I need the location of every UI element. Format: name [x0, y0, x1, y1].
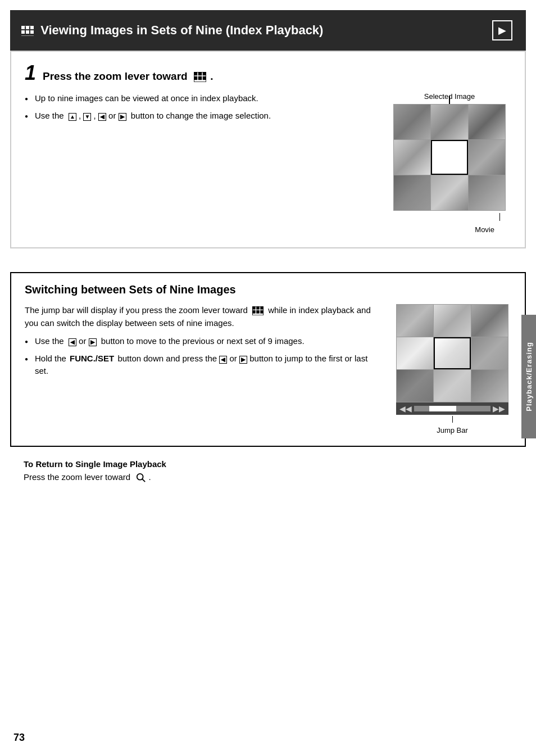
grid2-cell-8 [434, 370, 470, 402]
return-text: Press the zoom lever toward . [24, 471, 512, 484]
svg-rect-18 [252, 306, 255, 309]
lr-arrow-buttons: ◀ or ▶ [69, 336, 99, 346]
svg-rect-23 [260, 310, 263, 313]
step1-image-area: Selected Image Movie [388, 92, 511, 234]
index-icon-title [21, 26, 34, 36]
svg-rect-11 [194, 76, 197, 80]
grid-cell-9 [469, 175, 505, 210]
switching-title: Switching between Sets of Nine Images [25, 283, 511, 296]
svg-rect-22 [256, 310, 259, 313]
svg-rect-20 [260, 306, 263, 309]
svg-rect-13 [203, 76, 206, 80]
svg-point-28 [137, 474, 143, 480]
grid2-cell-5 [434, 337, 470, 369]
sidebar-tab: Playback/Erasing [521, 315, 536, 438]
sidebar-label: Playback/Erasing [525, 342, 533, 411]
return-title: To Return to Single Image Playback [24, 459, 512, 469]
step-number: 1 [25, 63, 36, 83]
zoom-index-icon-inline [252, 306, 264, 315]
step1-section: 1 Press the zoom lever toward . [10, 51, 526, 248]
svg-line-29 [143, 479, 146, 482]
grid-cell-1 [394, 105, 430, 139]
svg-rect-5 [30, 30, 34, 34]
index-zoom-icon [194, 72, 206, 82]
page-number: 73 [13, 732, 25, 744]
return-section: To Return to Single Image Playback Press… [10, 459, 526, 484]
grid-cell-8 [431, 175, 467, 210]
magnify-icon [136, 473, 146, 483]
arrow-buttons: ▲ , ▼ , ◀ or ▶ [69, 111, 129, 120]
svg-rect-0 [21, 26, 25, 29]
grid2-cell-9 [471, 370, 508, 402]
page-header: Viewing Images in Sets of Nine (Index Pl… [10, 10, 526, 51]
grid-cell-4 [394, 140, 430, 175]
step1-bullet2: Use the ▲ , ▼ , ◀ or ▶ button to change … [25, 110, 376, 123]
grid2-cell-1 [397, 305, 433, 337]
svg-rect-10 [203, 72, 206, 75]
grid-cell-6 [469, 140, 505, 175]
jump-bar-label: Jump Bar [437, 426, 468, 434]
step1-header: 1 Press the zoom lever toward . [25, 63, 511, 83]
switching-bullet2: Hold the FUNC./SET button down and press… [25, 352, 382, 378]
svg-rect-19 [256, 306, 259, 309]
step1-text: Up to nine images can be viewed at once … [25, 92, 376, 234]
index-grid-preview [393, 104, 506, 211]
step1-bullet1: Up to nine images can be viewed at once … [25, 92, 376, 105]
grid-cell-5-selected [431, 140, 467, 175]
grid2-cell-7 [397, 370, 433, 402]
grid2-cell-4 [397, 337, 433, 369]
jump-bar: ◀◀ ▶▶ [396, 402, 508, 415]
page-title: Viewing Images in Sets of Nine (Index Pl… [21, 23, 323, 38]
step1-title: Press the zoom lever toward . [43, 70, 214, 83]
switching-body: The jump bar will display if you press t… [25, 304, 382, 329]
step1-content: Up to nine images can be viewed at once … [25, 92, 511, 234]
svg-rect-9 [198, 72, 202, 75]
grid-cell-3 [469, 105, 505, 139]
svg-rect-4 [26, 30, 29, 34]
grid2-cell-2 [434, 305, 470, 337]
switching-content: The jump bar will display if you press t… [25, 304, 511, 434]
svg-rect-21 [252, 310, 255, 313]
grid2-cell-6 [471, 337, 508, 369]
switching-text: The jump bar will display if you press t… [25, 304, 382, 434]
grid-cell-7 [394, 175, 430, 210]
grid-cell-2 [431, 105, 467, 139]
playback-mode-icon: ▶ [492, 20, 512, 40]
switching-bullet1: Use the ◀ or ▶ button to move to the pre… [25, 335, 382, 348]
svg-rect-1 [26, 26, 29, 29]
movie-label: Movie [475, 225, 494, 234]
svg-rect-2 [30, 26, 34, 29]
svg-rect-3 [21, 30, 25, 34]
index-grid2-preview [396, 304, 508, 402]
func-set-label: FUNC./SET [70, 354, 114, 363]
svg-rect-12 [198, 76, 202, 80]
switching-section: Switching between Sets of Nine Images Th… [10, 272, 526, 447]
switching-image-area: ◀◀ ▶▶ Jump Bar [393, 304, 511, 434]
svg-rect-8 [194, 72, 197, 75]
grid2-cell-3 [471, 305, 508, 337]
